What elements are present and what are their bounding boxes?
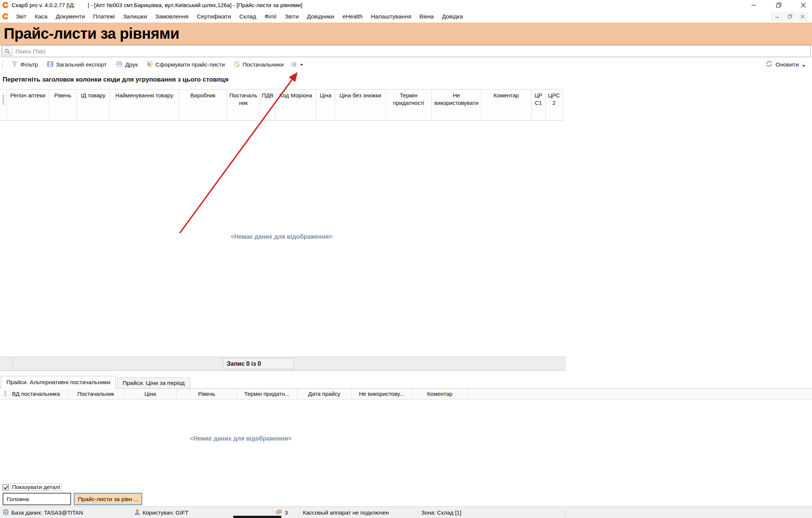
user-label: Користувач: GIFT [143, 509, 188, 516]
column-header[interactable]: Термін придатн... [237, 389, 297, 399]
app-logo-icon [2, 2, 9, 8]
menu-item[interactable]: Звіти [281, 12, 303, 21]
column-header[interactable]: Виробник [179, 89, 227, 120]
empty-state-text: <Немає даних для відображення> [0, 233, 563, 240]
pricelist-chart-icon [147, 61, 153, 68]
column-header[interactable]: Дата прайсу [297, 389, 352, 399]
column-header[interactable]: Постачальник [68, 389, 124, 399]
column-header[interactable]: ЦРС1 [531, 89, 546, 120]
menu-item[interactable]: Довідка [438, 12, 467, 21]
statusbar: База даних: TASA3@TITAN Користувач: GIFT… [0, 506, 812, 518]
show-details-label: Показувати деталі [11, 483, 61, 491]
show-details-checkbox[interactable] [3, 484, 9, 490]
refresh-button[interactable]: Оновити [764, 59, 807, 70]
column-header[interactable]: Коментар [412, 389, 468, 399]
column-header[interactable]: Рівень [49, 89, 77, 120]
main-grid: Регіон аптекиРівеньІД товаруНайменування… [0, 89, 563, 357]
search-icon[interactable] [2, 46, 12, 56]
tab-prices-period[interactable]: Прайси. Ціни за період [117, 377, 190, 388]
main-grid-body[interactable]: <Немає даних для відображення> [0, 121, 563, 357]
tab-alt-suppliers[interactable]: Прайси. Альтернативні постачальники [1, 376, 116, 389]
menu-item[interactable]: Філії [260, 12, 281, 21]
minimize-button[interactable] [749, 1, 759, 9]
record-count: Запис 0 із 0 [223, 358, 294, 369]
mdi-minimize-button[interactable] [771, 12, 783, 21]
window-tab-home[interactable]: Головна [3, 493, 71, 505]
menu-item[interactable]: Замовлення [151, 12, 193, 21]
column-header[interactable]: Коментар [481, 89, 531, 120]
generate-pricelists-button[interactable]: Сформувати прайс-листи [145, 60, 226, 70]
taskbar-peek [233, 516, 281, 518]
column-header[interactable]: ПДВ [260, 89, 276, 120]
column-list-dropdown[interactable] [291, 62, 303, 68]
app-logo-icon [2, 13, 9, 20]
detail-tabs: Прайси. Альтернативні постачальники Прай… [0, 376, 812, 389]
grip-dots-icon [3, 95, 4, 105]
printer-icon [116, 61, 123, 69]
column-header[interactable]: Найменування товару [110, 89, 179, 120]
menu-item[interactable]: Налаштування [367, 12, 415, 21]
page-banner: Прайс-листи за рівнями [0, 23, 812, 45]
menu-item[interactable]: Вікна [415, 12, 438, 21]
print-button[interactable]: Друк [114, 60, 139, 70]
menu-item[interactable]: Залишки [119, 12, 151, 21]
mdi-restore-button[interactable] [784, 12, 795, 21]
list-icon [291, 62, 297, 68]
document-edit-icon [234, 61, 240, 68]
column-header[interactable]: ЦРС2 [546, 89, 563, 120]
mdi-window-controls [771, 12, 810, 21]
toolbar-grip[interactable] [2, 61, 4, 69]
grip-dots-icon [5, 391, 6, 397]
column-header[interactable]: Код Моріона [276, 89, 316, 120]
close-button[interactable] [798, 1, 808, 9]
column-header[interactable]: Рівень [177, 389, 237, 399]
menu-item[interactable]: Склад [235, 12, 260, 21]
record-count-bar: Запис 0 із 0 [0, 357, 566, 371]
chevron-down-icon [802, 65, 805, 67]
database-label: База даних: TASA3@TITAN [11, 509, 83, 516]
user-icon [135, 509, 140, 516]
column-header[interactable]: Ціна без знижки [335, 89, 386, 120]
column-header[interactable]: Не використову... [352, 389, 412, 399]
column-header[interactable]: Не використовувати [432, 89, 481, 120]
menu-item[interactable]: Сертифікати [193, 12, 235, 21]
menu-item[interactable]: Звіт [12, 12, 30, 21]
window-tabs: Головна Прайс-листи за рівн ... [0, 492, 812, 506]
toolbar: Фільтр Загальний експорт Друк Сформувати… [0, 57, 812, 72]
column-header[interactable]: Ціна [316, 89, 335, 120]
database-icon [3, 509, 9, 516]
column-header[interactable]: Постачальник [227, 89, 260, 120]
menu-item[interactable]: Платежі [89, 12, 119, 21]
column-header[interactable]: Ціна [124, 389, 177, 399]
counter-value: 3 [285, 509, 288, 516]
detail-panel: Прайси. Альтернативні постачальники Прай… [0, 376, 812, 482]
menu-item[interactable]: Каса [30, 12, 52, 21]
export-button[interactable]: Загальний експорт [46, 60, 108, 70]
menu-item[interactable]: Довідники [303, 12, 338, 21]
zone-label: Зона: Склад [1] [421, 509, 461, 516]
row-selector-header [0, 389, 11, 399]
group-by-bar[interactable]: Перетягніть заголовок колонки сюди для у… [0, 72, 812, 89]
cash-register-status: Кассовый аппарат не подключен [303, 509, 389, 516]
show-details-row: Показувати деталі [0, 482, 812, 492]
save-disk-icon [47, 61, 53, 69]
splitter[interactable] [0, 371, 812, 376]
suppliers-button[interactable]: Постачальники [232, 60, 285, 70]
column-header[interactable]: Термін придатності [386, 89, 432, 120]
window-tab-price-lists[interactable]: Прайс-листи за рівн ... [74, 493, 142, 505]
restore-button[interactable] [774, 1, 783, 9]
search-input[interactable] [13, 48, 810, 55]
refresh-icon [765, 60, 773, 69]
menu-item[interactable]: eHealth [338, 12, 367, 21]
titlebar: Скарб pro v. 4.0.2.77 [ІД: | - [Апт №003… [0, 0, 812, 10]
detail-grid-body[interactable]: <Немає даних для відображення> [0, 400, 812, 482]
mdi-close-button[interactable] [797, 12, 808, 21]
filter-button[interactable]: Фільтр [10, 60, 39, 70]
row-selector-header [0, 89, 7, 120]
filter-icon [12, 61, 18, 68]
detail-grid-header: ВД постачальникаПостачальникЦінаРівеньТе… [0, 389, 812, 400]
menu-item[interactable]: Документи [52, 12, 89, 21]
column-header[interactable]: Регіон аптеки [7, 89, 49, 120]
column-header[interactable]: ІД товару [77, 89, 110, 120]
column-header[interactable]: ВД постачальника [11, 389, 68, 399]
